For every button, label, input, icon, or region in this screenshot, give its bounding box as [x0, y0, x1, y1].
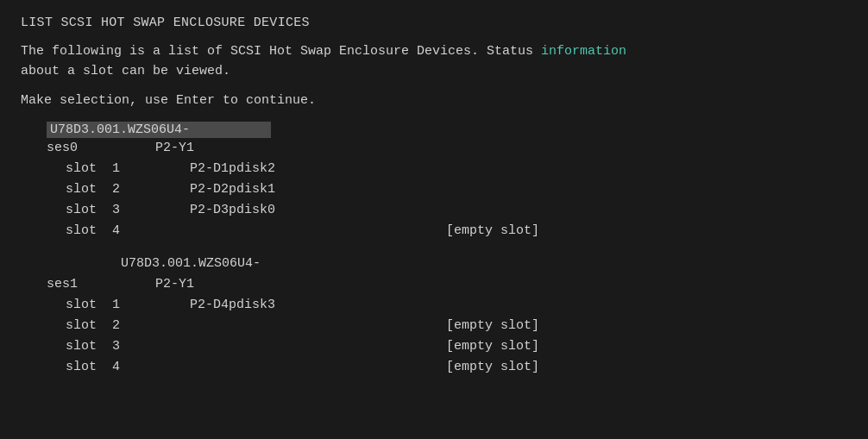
ses1-label[interactable]: ses1 — [47, 277, 78, 292]
page-title: LIST SCSI HOT SWAP ENCLOSURE DEVICES — [21, 16, 847, 30]
ses1-slot1-row[interactable]: slot 1 P2-D4 pdisk3 — [21, 295, 847, 316]
section-gap-1 — [21, 241, 847, 254]
terminal-container: LIST SCSI HOT SWAP ENCLOSURE DEVICES The… — [0, 0, 868, 439]
ses0-header: ses0 P2-Y1 — [21, 138, 847, 159]
selected-item-label[interactable]: U78D3.001.WZS06U4- — [47, 122, 271, 138]
description-text: The following is a list of SCSI Hot Swap… — [21, 42, 847, 81]
ses0-slot2-row[interactable]: slot 2 P2-D2 pdisk1 — [21, 179, 847, 200]
instruction-text: Make selection, use Enter to continue. — [21, 93, 847, 108]
description-part2: about a slot can be viewed. — [21, 64, 230, 78]
ses1-slot3-row[interactable]: slot 3 [empty slot] — [21, 336, 847, 357]
ses0-port: P2-Y1 — [155, 141, 194, 155]
ses1-slot4-row[interactable]: slot 4 [empty slot] — [21, 357, 847, 378]
ses1-header-label: U78D3.001.WZS06U4- — [21, 254, 847, 274]
ses1-header: ses1 P2-Y1 — [21, 274, 847, 295]
ses1-enclosure-label: U78D3.001.WZS06U4- — [121, 256, 261, 271]
ses0-slot3-row[interactable]: slot 3 P2-D3 pdisk0 — [21, 200, 847, 221]
ses1-port: P2-Y1 — [155, 277, 194, 292]
ses0-slot1-row[interactable]: slot 1 P2-D1 pdisk2 — [21, 159, 847, 179]
ses1-slot2-row[interactable]: slot 2 [empty slot] — [21, 316, 847, 336]
description-highlight: information — [541, 44, 626, 59]
description-part1: The following is a list of SCSI Hot Swap… — [21, 44, 541, 59]
selected-entry[interactable]: U78D3.001.WZS06U4- — [21, 122, 847, 138]
ses0-slot4-row[interactable]: slot 4 [empty slot] — [21, 221, 847, 241]
ses0-label[interactable]: ses0 — [47, 141, 78, 155]
device-list: U78D3.001.WZS06U4- ses0 P2-Y1 slot 1 P2-… — [21, 122, 847, 378]
